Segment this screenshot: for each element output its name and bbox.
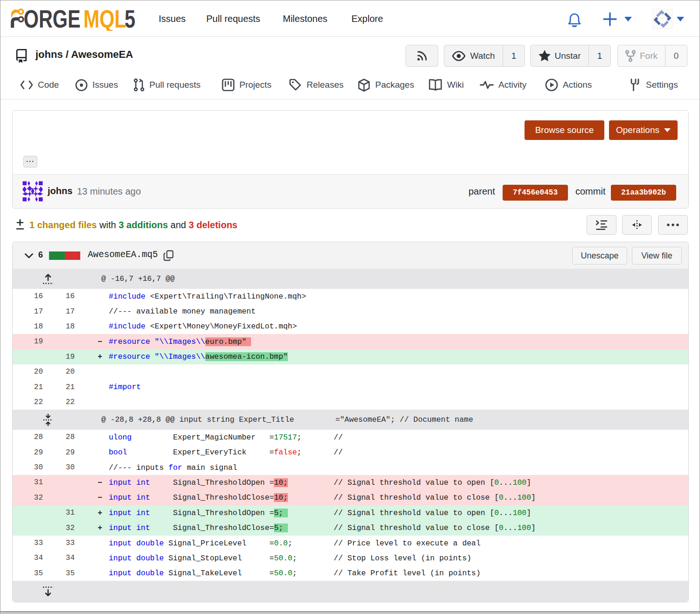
svg-text:5: 5: [125, 8, 135, 31]
svg-text:ORGE: ORGE: [24, 8, 81, 31]
svg-text:MQL: MQL: [84, 8, 126, 31]
